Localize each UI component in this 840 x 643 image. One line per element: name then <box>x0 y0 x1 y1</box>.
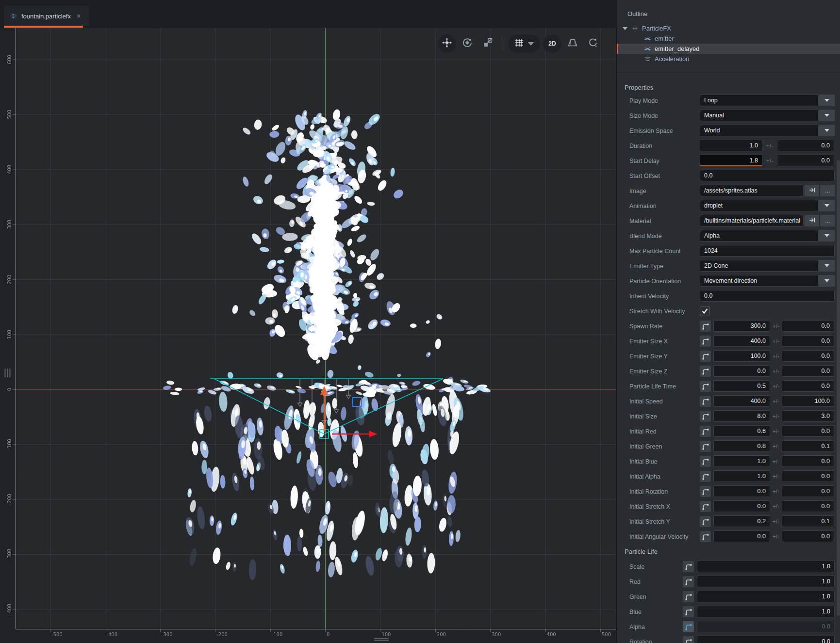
initial-stretch-y-value-input[interactable]: 0.2 <box>713 515 770 527</box>
emission-space-select[interactable]: World <box>700 125 819 136</box>
tab-fountain-particlefx[interactable]: fountain.particlefx × <box>4 6 89 26</box>
initial-stretch-y-curve-button[interactable] <box>700 516 711 527</box>
spawn-rate-curve-button[interactable] <box>700 321 711 332</box>
image-path-input[interactable]: /assets/sprites.atlas <box>700 185 804 196</box>
duration-spread-input[interactable]: 0.0 <box>777 140 834 151</box>
initial-angular-velocity-value-input[interactable]: 0.0 <box>713 530 770 542</box>
emitter-size-x-spread-input[interactable]: 0.0 <box>782 335 834 347</box>
start-delay-value-input[interactable]: 1.8 <box>700 155 762 166</box>
stretch-with-velocity-checkbox[interactable] <box>700 306 710 316</box>
perspective-toggle-button[interactable] <box>563 34 582 53</box>
viewport-canvas[interactable] <box>0 28 616 643</box>
initial-red-spread-input[interactable]: 0.0 <box>782 425 834 437</box>
play-mode-dropdown-button[interactable] <box>819 95 835 106</box>
initial-blue-curve-button[interactable] <box>700 456 711 467</box>
move-tool-button[interactable] <box>438 34 456 53</box>
initial-speed-spread-input[interactable]: 100.0 <box>782 395 834 407</box>
rotation-value-input[interactable]: 0.0 <box>697 636 835 643</box>
emitter-size-y-spread-input[interactable]: 0.0 <box>782 350 834 362</box>
particle-life-time-curve-button[interactable] <box>700 381 711 392</box>
initial-green-curve-button[interactable] <box>700 441 711 452</box>
initial-size-curve-button[interactable] <box>700 411 711 422</box>
initial-blue-value-input[interactable]: 1.0 <box>713 455 770 467</box>
outline-item-emitter[interactable]: emitter <box>617 33 840 44</box>
initial-green-spread-input[interactable]: 0.1 <box>782 440 834 452</box>
animation-dropdown-button[interactable] <box>819 200 835 211</box>
green-curve-button[interactable] <box>683 591 694 602</box>
initial-rotation-spread-input[interactable]: 0.0 <box>782 485 834 497</box>
initial-speed-curve-button[interactable] <box>700 396 711 407</box>
initial-red-value-input[interactable]: 0.6 <box>713 425 770 437</box>
inherit-velocity-input[interactable]: 0.0 <box>700 290 835 302</box>
emitter-size-y-curve-button[interactable] <box>700 351 711 362</box>
scale-tool-button[interactable] <box>478 34 497 53</box>
max-particle-count-input[interactable]: 1024 <box>700 245 835 257</box>
scale-curve-button[interactable] <box>683 561 694 572</box>
particle-orientation-dropdown-button[interactable] <box>819 275 835 287</box>
particle-life-time-spread-input[interactable]: 0.0 <box>782 380 834 392</box>
image-open-resource-button[interactable] <box>805 185 819 196</box>
initial-angular-velocity-curve-button[interactable] <box>700 531 711 542</box>
emitter-type-dropdown-button[interactable] <box>819 260 835 272</box>
emitter-size-y-value-input[interactable]: 100.0 <box>713 350 770 362</box>
blue-value-input[interactable]: 1.0 <box>697 606 835 617</box>
duration-value-input[interactable]: 1.0 <box>700 140 762 151</box>
emission-space-dropdown-button[interactable] <box>819 125 835 136</box>
scrollbar-thumb[interactable] <box>837 160 840 616</box>
initial-size-spread-input[interactable]: 3.0 <box>782 410 834 422</box>
particle-orientation-select[interactable]: Movement direction <box>700 275 819 287</box>
alpha-curve-button[interactable] <box>683 621 694 632</box>
red-value-input[interactable]: 1.0 <box>697 576 835 587</box>
spawn-rate-spread-input[interactable]: 0.0 <box>782 320 834 332</box>
play-mode-select[interactable]: Loop <box>700 95 819 106</box>
expand-caret-icon[interactable] <box>623 27 627 30</box>
spawn-rate-value-input[interactable]: 300.0 <box>713 320 770 332</box>
size-mode-select[interactable]: Manual <box>700 110 819 121</box>
emitter-size-z-spread-input[interactable]: 0.0 <box>782 365 834 377</box>
green-value-input[interactable]: 1.0 <box>697 591 835 602</box>
initial-alpha-curve-button[interactable] <box>700 471 711 482</box>
initial-stretch-x-curve-button[interactable] <box>700 501 711 512</box>
blend-mode-dropdown-button[interactable] <box>819 230 835 241</box>
outline-item-particlefx[interactable]: ParticleFX <box>617 23 840 33</box>
emitter-size-x-value-input[interactable]: 400.0 <box>713 335 770 347</box>
outline-item-emitter_delayed[interactable]: emitter_delayed <box>617 44 840 54</box>
start-offset-input[interactable]: 0.0 <box>700 170 835 181</box>
initial-alpha-spread-input[interactable]: 0.0 <box>782 470 834 482</box>
2d-toggle-button[interactable]: 2D <box>543 34 561 53</box>
emitter-size-z-curve-button[interactable] <box>700 366 711 377</box>
scale-value-input[interactable]: 1.0 <box>697 561 835 572</box>
initial-green-value-input[interactable]: 0.8 <box>713 440 770 452</box>
animation-select[interactable]: droplet <box>700 200 819 211</box>
material-browse-button[interactable]: ... <box>820 215 835 226</box>
material-open-resource-button[interactable] <box>805 215 819 226</box>
emitter-size-x-curve-button[interactable] <box>700 336 711 347</box>
particle-life-time-value-input[interactable]: 0.5 <box>713 380 770 392</box>
initial-stretch-x-spread-input[interactable]: 0.0 <box>782 500 834 512</box>
alpha-value-input[interactable]: 0.0 <box>697 621 835 632</box>
initial-blue-spread-input[interactable]: 0.0 <box>782 455 834 467</box>
initial-alpha-value-input[interactable]: 1.0 <box>713 470 770 482</box>
blue-curve-button[interactable] <box>683 606 694 617</box>
material-path-input[interactable]: /builtins/materials/particlefx.material <box>700 215 804 226</box>
outline-item-acceleration[interactable]: Acceleration <box>617 54 840 64</box>
emitter-type-select[interactable]: 2D Cone <box>700 260 819 272</box>
image-browse-button[interactable]: ... <box>820 185 835 196</box>
initial-rotation-curve-button[interactable] <box>700 486 711 497</box>
emitter-size-z-value-input[interactable]: 0.0 <box>713 365 770 377</box>
rotate-tool-button[interactable] <box>458 34 477 53</box>
initial-rotation-value-input[interactable]: 0.0 <box>713 485 770 497</box>
blend-mode-select[interactable]: Alpha <box>700 230 819 241</box>
initial-angular-velocity-spread-input[interactable]: 0.0 <box>782 530 834 542</box>
start-delay-spread-input[interactable]: 0.0 <box>777 155 834 166</box>
initial-stretch-x-value-input[interactable]: 0.0 <box>713 500 770 512</box>
refresh-camera-button[interactable] <box>584 34 602 53</box>
size-mode-dropdown-button[interactable] <box>819 110 835 121</box>
rotation-curve-button[interactable] <box>683 636 694 643</box>
initial-red-curve-button[interactable] <box>700 426 711 437</box>
tab-close-icon[interactable]: × <box>77 12 81 20</box>
initial-size-value-input[interactable]: 8.0 <box>713 410 770 422</box>
red-curve-button[interactable] <box>683 576 694 587</box>
grid-options-button[interactable] <box>508 34 540 53</box>
initial-stretch-y-spread-input[interactable]: 0.1 <box>782 515 834 527</box>
